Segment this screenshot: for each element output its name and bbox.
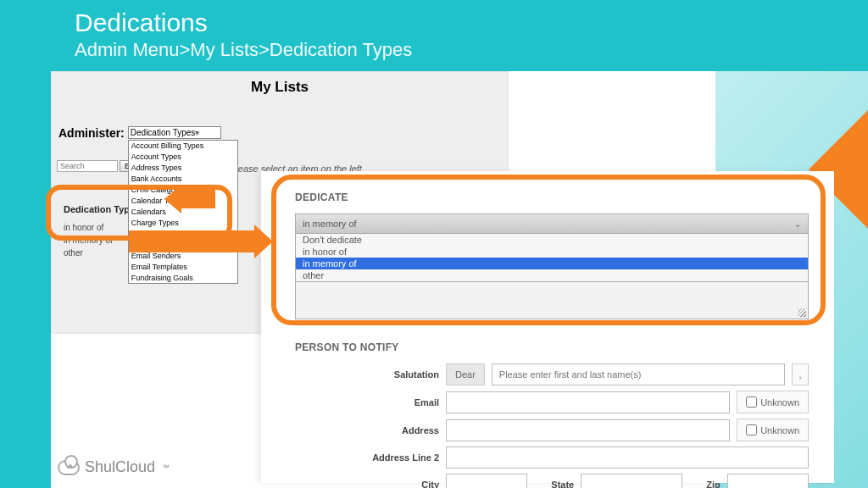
salutation-label: Salutation — [295, 369, 439, 380]
salutation-input[interactable] — [492, 363, 785, 385]
dropdown-option[interactable]: Don't dedicate — [296, 234, 808, 246]
chevron-down-icon: ⌄ — [794, 219, 801, 229]
dropdown-option[interactable]: Email Senders — [129, 251, 237, 262]
dropdown-option[interactable]: CRM Category — [129, 185, 237, 196]
city-input[interactable] — [446, 474, 527, 488]
cloud-icon — [58, 460, 80, 475]
dropdown-option[interactable]: in memory of — [296, 258, 808, 269]
dropdown-option[interactable]: Calendar Tags — [129, 196, 237, 207]
dropdown-option[interactable]: Address Types — [129, 163, 237, 174]
dropdown-option[interactable]: Account Types — [129, 152, 237, 163]
administer-dropdown[interactable]: Dedication Types▾ — [128, 126, 221, 139]
email-label: Email — [295, 397, 439, 408]
address-label: Address — [295, 425, 439, 435]
dropdown-option[interactable]: Charge Types — [129, 218, 237, 229]
dropdown-option[interactable]: Email Templates — [129, 262, 237, 273]
dedicate-dropdown[interactable]: in memory of⌄ — [295, 214, 809, 234]
dropdown-option[interactable]: Dedication Types — [129, 240, 237, 251]
resize-grip-icon[interactable] — [798, 308, 806, 317]
state-input[interactable] — [581, 474, 682, 488]
search-input[interactable] — [57, 160, 118, 172]
dropdown-option[interactable]: other — [296, 269, 808, 281]
dropdown-option[interactable]: Content Templates — [129, 229, 237, 240]
dropdown-option[interactable]: Fundraising Goals — [129, 273, 237, 284]
salutation-prefix: Dear — [446, 363, 485, 385]
state-label: State — [551, 480, 574, 488]
address2-input[interactable] — [446, 446, 809, 469]
dropdown-option[interactable]: Account Billing Types — [129, 141, 237, 152]
dropdown-option[interactable]: in honor of — [296, 246, 808, 258]
page-title: Dedications — [75, 8, 868, 37]
notify-heading: PERSON TO NOTIFY — [295, 341, 809, 353]
dedicate-form-panel: DEDICATE in memory of⌄ Don't dedicatein … — [261, 171, 834, 483]
dropdown-option[interactable]: Calendars — [129, 207, 237, 218]
administer-label: Administer: — [58, 126, 125, 140]
dedicate-textarea[interactable] — [295, 282, 809, 319]
email-unknown-checkbox[interactable]: Unknown — [737, 391, 809, 413]
dedicate-heading: DEDICATE — [295, 191, 809, 203]
my-lists-title: My Lists — [52, 72, 508, 103]
address2-label: Address Line 2 — [295, 452, 439, 463]
address-input[interactable] — [446, 419, 730, 441]
breadcrumb: Admin Menu>My Lists>Dedication Types — [75, 39, 868, 61]
administer-dropdown-list[interactable]: Account Billing TypesAccount TypesAddres… — [128, 140, 238, 284]
email-input[interactable] — [446, 391, 730, 413]
chevron-down-icon: ▾ — [195, 128, 199, 137]
city-label: City — [295, 480, 439, 488]
zip-label: Zip — [706, 480, 721, 488]
slide-header: Dedications Admin Menu>My Lists>Dedicati… — [0, 0, 868, 71]
address-unknown-checkbox[interactable]: Unknown — [737, 419, 809, 441]
brand-logo: ShulCloud™ — [58, 458, 170, 476]
dropdown-option[interactable]: Bank Accounts — [129, 174, 237, 185]
dedicate-dropdown-list[interactable]: Don't dedicatein honor ofin memory ofoth… — [295, 234, 809, 282]
zip-input[interactable] — [727, 474, 809, 488]
salutation-suffix: , — [792, 363, 809, 385]
